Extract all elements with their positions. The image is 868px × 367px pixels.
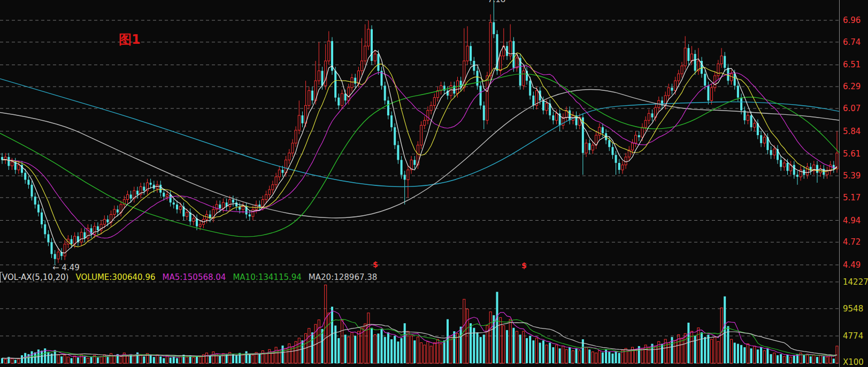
candle[interactable] [90, 224, 93, 238]
candle[interactable] [460, 77, 462, 92]
volume-bar[interactable] [694, 336, 696, 363]
candle[interactable] [384, 82, 386, 105]
candle[interactable] [404, 171, 406, 205]
volume-bar[interactable] [226, 355, 228, 363]
volume-bar[interactable] [783, 356, 785, 363]
volume-bar[interactable] [199, 357, 201, 363]
volume-bar[interactable] [308, 329, 310, 363]
volume-bar[interactable] [67, 357, 69, 363]
volume-bar[interactable] [404, 323, 406, 363]
volume-bar[interactable] [536, 338, 538, 363]
volume-bar[interactable] [328, 313, 330, 363]
candle[interactable] [552, 112, 554, 124]
volume-bar[interactable] [219, 356, 221, 363]
volume-bar[interactable] [598, 351, 601, 364]
volume-bar[interactable] [1, 358, 3, 363]
volume-bar[interactable] [265, 353, 267, 363]
volume-bar[interactable] [674, 340, 677, 363]
volume-bar[interactable] [447, 319, 449, 363]
volume-bar[interactable] [457, 333, 459, 363]
volume-bar[interactable] [245, 352, 248, 364]
candle[interactable] [147, 179, 149, 195]
candle[interactable] [133, 187, 135, 203]
candle[interactable] [37, 200, 40, 216]
volume-bar[interactable] [552, 347, 554, 363]
candle[interactable] [526, 67, 528, 84]
volume-bar[interactable] [777, 355, 779, 363]
volume-bar[interactable] [806, 354, 809, 363]
candle[interactable] [489, 14, 491, 80]
candle[interactable] [1, 153, 3, 163]
candle[interactable] [44, 221, 46, 238]
candle[interactable] [747, 112, 749, 124]
volume-bar[interactable] [318, 320, 320, 363]
volume-bar[interactable] [170, 357, 172, 363]
volume-bar[interactable] [196, 356, 198, 363]
volume-bar[interactable] [757, 349, 759, 363]
volume-bar[interactable] [667, 343, 670, 364]
candle[interactable] [757, 119, 759, 139]
candle[interactable] [394, 123, 396, 149]
volume-bar[interactable] [90, 357, 93, 363]
candle[interactable] [127, 191, 129, 204]
volume-bar[interactable] [737, 344, 739, 363]
candle[interactable] [754, 119, 756, 131]
candle[interactable] [397, 141, 399, 164]
candle[interactable] [816, 161, 818, 183]
candle[interactable] [278, 166, 280, 181]
volume-bar[interactable] [60, 356, 63, 363]
candle[interactable] [87, 224, 89, 242]
volume-bar[interactable] [143, 356, 145, 363]
candle[interactable] [681, 62, 683, 78]
candle[interactable] [678, 70, 680, 85]
volume-bar[interactable] [377, 333, 379, 363]
chart-canvas[interactable] [0, 0, 868, 367]
candle[interactable] [4, 153, 6, 163]
volume-bar[interactable] [83, 356, 86, 363]
candle[interactable] [295, 126, 297, 147]
volume-bar[interactable] [707, 335, 709, 364]
volume-bar[interactable] [159, 356, 162, 363]
candle[interactable] [390, 112, 393, 131]
candle[interactable] [588, 139, 590, 154]
candle[interactable] [113, 206, 116, 218]
candle[interactable] [684, 36, 686, 70]
volume-bar[interactable] [394, 336, 396, 363]
candle[interactable] [57, 248, 59, 263]
candle[interactable] [318, 42, 320, 85]
volume-bar[interactable] [509, 319, 511, 363]
candle[interactable] [288, 149, 290, 164]
candle[interactable] [592, 141, 594, 154]
volume-bar[interactable] [819, 355, 821, 363]
candle[interactable] [743, 106, 746, 124]
volume-bar[interactable] [106, 357, 109, 363]
volume-bar[interactable] [539, 343, 541, 364]
volume-bar[interactable] [743, 347, 746, 363]
volume-bar[interactable] [480, 337, 482, 363]
candle[interactable] [341, 90, 343, 110]
volume-bar[interactable] [321, 329, 324, 363]
candle[interactable] [833, 161, 835, 173]
candle[interactable] [585, 139, 587, 157]
candle[interactable] [480, 82, 482, 110]
volume-bar[interactable] [618, 353, 620, 363]
candle[interactable] [401, 156, 403, 179]
candle[interactable] [440, 82, 442, 95]
candle[interactable] [621, 161, 624, 174]
candle[interactable] [381, 67, 383, 90]
candle[interactable] [813, 161, 815, 175]
candle[interactable] [806, 163, 809, 179]
volume-bar[interactable] [529, 336, 531, 363]
candle[interactable] [731, 70, 733, 85]
volume-bar[interactable] [489, 312, 491, 363]
volume-bar[interactable] [773, 353, 775, 363]
candle[interactable] [436, 87, 439, 101]
volume-bar[interactable] [47, 352, 49, 363]
candle[interactable] [493, 0, 495, 38]
volume-bar[interactable] [384, 337, 386, 363]
volume-bar[interactable] [714, 337, 716, 363]
candle[interactable] [374, 50, 376, 65]
volume-bar[interactable] [413, 340, 416, 363]
volume-bar[interactable] [176, 358, 178, 363]
candle[interactable] [651, 110, 654, 121]
